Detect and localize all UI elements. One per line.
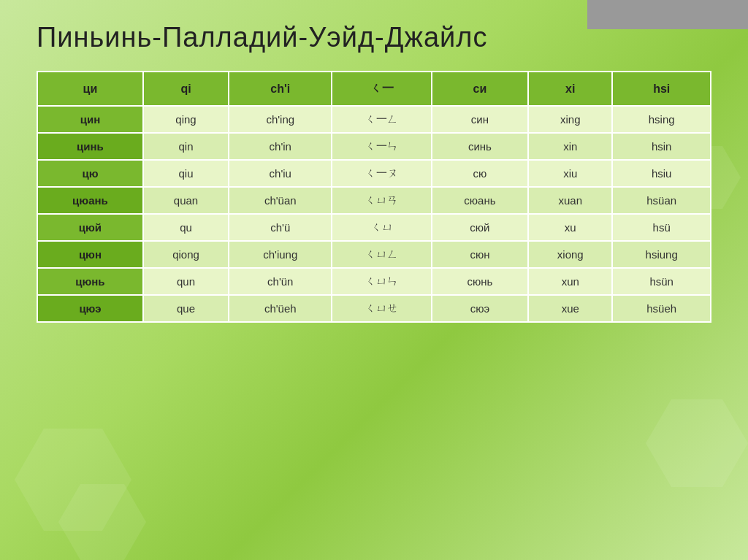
- cell-r3-c1: quan: [143, 187, 229, 214]
- cell-r6-c3: ㄑㄩㄣ: [332, 268, 431, 295]
- cell-r2-c1: qiu: [143, 160, 229, 187]
- table-row: цюнqiongch'iungㄑㄩㄥсюнxionghsiung: [37, 241, 711, 268]
- cell-r4-c3: ㄑㄩ: [332, 214, 431, 241]
- cell-r7-c0: цюэ: [37, 295, 143, 322]
- cell-r5-c4: сюн: [432, 241, 528, 268]
- cell-r5-c2: ch'iung: [229, 241, 332, 268]
- cell-r5-c0: цюн: [37, 241, 143, 268]
- cell-r6-c1: qun: [143, 268, 229, 295]
- cell-r2-c2: ch'iu: [229, 160, 332, 187]
- cell-r6-c4: сюнь: [432, 268, 528, 295]
- cell-r6-c0: цюнь: [37, 268, 143, 295]
- header-col-2: ch'i: [229, 72, 332, 106]
- cell-r1-c4: синь: [432, 133, 528, 160]
- hex-decoration-4: [646, 399, 748, 487]
- cell-r2-c3: ㄑ一ㄡ: [332, 160, 431, 187]
- cell-r1-c0: цинь: [37, 133, 143, 160]
- cell-r0-c3: ㄑ一ㄥ: [332, 106, 431, 133]
- cell-r2-c4: сю: [432, 160, 528, 187]
- cell-r1-c6: hsin: [612, 133, 711, 160]
- table-header-row: циqich'iㄑ一сиxihsi: [37, 72, 711, 106]
- cell-r5-c5: xiong: [528, 241, 612, 268]
- table-row: циньqinch'inㄑ一ㄣсиньxinhsin: [37, 133, 711, 160]
- hex-decoration-1: [15, 429, 131, 531]
- cell-r1-c2: ch'in: [229, 133, 332, 160]
- cell-r3-c5: xuan: [528, 187, 612, 214]
- cell-r0-c5: xing: [528, 106, 612, 133]
- cell-r7-c5: xue: [528, 295, 612, 322]
- table-row: цюньqunch'ünㄑㄩㄣсюньxunhsün: [37, 268, 711, 295]
- cell-r7-c4: сюэ: [432, 295, 528, 322]
- cell-r2-c5: xiu: [528, 160, 612, 187]
- cell-r0-c1: qing: [143, 106, 229, 133]
- cell-r2-c6: hsiu: [612, 160, 711, 187]
- cell-r3-c2: ch'üan: [229, 187, 332, 214]
- header-col-6: hsi: [612, 72, 711, 106]
- main-container: Пиньинь-Палладий-Уэйд-Джайлс циqich'iㄑ一с…: [0, 0, 748, 337]
- cell-r7-c2: ch'üeh: [229, 295, 332, 322]
- cell-r4-c5: xu: [528, 214, 612, 241]
- header-col-0: ци: [37, 72, 143, 106]
- header-col-1: qi: [143, 72, 229, 106]
- table-row: цюqiuch'iuㄑ一ㄡсюxiuhsiu: [37, 160, 711, 187]
- cell-r5-c3: ㄑㄩㄥ: [332, 241, 431, 268]
- cell-r4-c1: qu: [143, 214, 229, 241]
- cell-r0-c2: ch'ing: [229, 106, 332, 133]
- hex-decoration-2: [58, 484, 146, 560]
- table-row: цюйquch'üㄑㄩсюйxuhsü: [37, 214, 711, 241]
- cell-r3-c6: hsüan: [612, 187, 711, 214]
- cell-r0-c4: син: [432, 106, 528, 133]
- cell-r4-c2: ch'ü: [229, 214, 332, 241]
- cell-r3-c3: ㄑㄩㄢ: [332, 187, 431, 214]
- table-row: цюаньquanch'üanㄑㄩㄢсюаньxuanhsüan: [37, 187, 711, 214]
- cell-r1-c3: ㄑ一ㄣ: [332, 133, 431, 160]
- cell-r0-c6: hsing: [612, 106, 711, 133]
- cell-r3-c4: сюань: [432, 187, 528, 214]
- cell-r5-c1: qiong: [143, 241, 229, 268]
- header-col-5: xi: [528, 72, 612, 106]
- cell-r6-c5: xun: [528, 268, 612, 295]
- cell-r5-c6: hsiung: [612, 241, 711, 268]
- header-col-3: ㄑ一: [332, 72, 431, 106]
- cell-r7-c6: hsüeh: [612, 295, 711, 322]
- cell-r7-c3: ㄑㄩㄝ: [332, 295, 431, 322]
- cell-r6-c6: hsün: [612, 268, 711, 295]
- cell-r3-c0: цюань: [37, 187, 143, 214]
- page-title: Пиньинь-Палладий-Уэйд-Джайлс: [37, 22, 711, 53]
- cell-r7-c1: que: [143, 295, 229, 322]
- cell-r4-c0: цюй: [37, 214, 143, 241]
- cell-r4-c4: сюй: [432, 214, 528, 241]
- transliteration-table: циqich'iㄑ一сиxihsi цинqingch'ingㄑ一ㄥсинxin…: [37, 71, 711, 323]
- cell-r1-c5: xin: [528, 133, 612, 160]
- table-row: цинqingch'ingㄑ一ㄥсинxinghsing: [37, 106, 711, 133]
- cell-r2-c0: цю: [37, 160, 143, 187]
- table-row: цюэquech'üehㄑㄩㄝсюэxuehsüeh: [37, 295, 711, 322]
- header-col-4: си: [432, 72, 528, 106]
- table-body: цинqingch'ingㄑ一ㄥсинxinghsingциньqinch'in…: [37, 106, 711, 322]
- cell-r6-c2: ch'ün: [229, 268, 332, 295]
- cell-r0-c0: цин: [37, 106, 143, 133]
- cell-r4-c6: hsü: [612, 214, 711, 241]
- cell-r1-c1: qin: [143, 133, 229, 160]
